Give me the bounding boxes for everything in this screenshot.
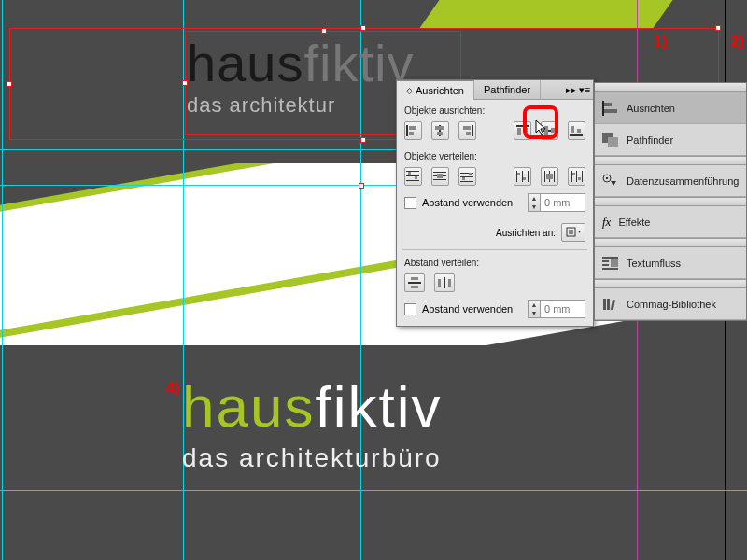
dock-label: Pathfinder — [627, 134, 673, 146]
step-up-icon[interactable]: ▲ — [529, 194, 540, 203]
dock-item-effects[interactable]: fx Effekte — [595, 206, 746, 238]
step-up-icon[interactable]: ▲ — [529, 301, 540, 309]
dock-grip[interactable] — [595, 279, 746, 288]
selection-handle[interactable] — [715, 25, 721, 31]
align-right-button[interactable] — [458, 121, 476, 140]
section-distribute-objects: Objekte verteilen: — [397, 146, 593, 165]
svg-rect-66 — [607, 299, 610, 310]
dist-top-button[interactable] — [404, 167, 422, 186]
dock-grip[interactable] — [595, 238, 746, 247]
svg-rect-40 — [546, 174, 553, 179]
marker-2: 2) — [730, 34, 743, 50]
svg-rect-21 — [408, 172, 411, 175]
dist-vspace-button[interactable] — [404, 273, 425, 292]
svg-rect-20 — [406, 180, 419, 181]
align-left-button[interactable] — [404, 121, 422, 140]
spacing-input-2[interactable] — [541, 300, 585, 318]
guide-horizontal — [0, 490, 747, 491]
dock-item-textwrap[interactable]: Textumfluss — [595, 247, 746, 279]
svg-rect-50 — [408, 282, 421, 284]
step-down-icon[interactable]: ▼ — [529, 203, 540, 211]
svg-rect-16 — [571, 126, 574, 133]
svg-rect-25 — [433, 179, 446, 180]
step-down-icon[interactable]: ▼ — [529, 309, 540, 317]
svg-rect-46 — [567, 228, 575, 236]
svg-rect-36 — [523, 177, 526, 180]
svg-rect-9 — [516, 125, 529, 127]
spacing-field[interactable]: ▲▼ — [528, 193, 585, 212]
align-to-dropdown[interactable] — [561, 223, 585, 242]
panel-menu-icon[interactable]: ▾≡ — [580, 85, 589, 94]
align-bottom-button[interactable] — [568, 121, 585, 140]
svg-rect-10 — [517, 128, 521, 135]
svg-rect-11 — [524, 128, 528, 133]
datamerge-icon — [602, 174, 619, 189]
fx-icon: fx — [602, 215, 611, 230]
svg-rect-6 — [472, 125, 473, 136]
svg-rect-64 — [611, 259, 618, 267]
svg-rect-43 — [582, 171, 583, 182]
svg-rect-60 — [602, 257, 618, 259]
spacing-field-2[interactable]: ▲▼ — [528, 300, 585, 318]
svg-rect-30 — [462, 177, 465, 180]
svg-rect-38 — [549, 171, 550, 182]
marker-1: 1) — [654, 34, 667, 50]
use-spacing-checkbox[interactable] — [404, 197, 416, 209]
align-top-button[interactable] — [514, 121, 531, 140]
align-hcenter-button[interactable] — [431, 121, 449, 140]
dock-item-datamerge[interactable]: Datenzusammenführung — [595, 165, 746, 197]
dock-item-pathfinder[interactable]: Pathfinder — [595, 124, 746, 156]
selection-handle[interactable] — [321, 28, 327, 34]
selection-handle[interactable] — [359, 183, 364, 189]
svg-rect-67 — [611, 299, 615, 309]
section-align-objects: Objekte ausrichten: — [397, 100, 593, 119]
svg-rect-58 — [608, 137, 618, 147]
svg-rect-12 — [543, 130, 557, 132]
marker-4: 4) — [166, 380, 179, 397]
selection-handle[interactable] — [360, 137, 366, 143]
svg-rect-63 — [602, 268, 618, 270]
align-icon — [602, 101, 619, 116]
tab-pathfinder[interactable]: Pathfinder — [474, 80, 541, 100]
dist-vcenter-button[interactable] — [431, 167, 449, 186]
dist-right-button[interactable] — [568, 167, 585, 186]
dist-hspace-button[interactable] — [434, 273, 455, 292]
svg-rect-47 — [569, 230, 573, 234]
svg-rect-34 — [528, 171, 529, 182]
dist-left-button[interactable] — [514, 167, 531, 186]
align-vcenter-button[interactable] — [541, 121, 558, 140]
svg-rect-62 — [602, 264, 609, 266]
svg-rect-37 — [544, 171, 545, 182]
svg-rect-4 — [435, 126, 444, 130]
svg-rect-61 — [602, 260, 609, 262]
use-spacing-checkbox-2[interactable] — [404, 303, 416, 315]
selection-handle[interactable] — [182, 80, 188, 86]
svg-rect-22 — [415, 176, 417, 179]
panel-collapse-icon[interactable]: ▸▸ — [567, 85, 576, 94]
align-panel: ◇Ausrichten Pathfinder ▸▸ ▾≡ Objekte aus… — [396, 79, 594, 327]
panel-dock: Ausrichten Pathfinder Datenzusammenführu… — [594, 82, 747, 321]
svg-rect-3 — [439, 125, 441, 136]
section-distribute-spacing: Abstand verteilen: — [397, 252, 593, 272]
dock-grip[interactable] — [595, 197, 746, 206]
logo-part1: haus — [182, 374, 315, 439]
tab-ausrichten[interactable]: ◇Ausrichten — [397, 80, 474, 100]
dock-item-ausrichten[interactable]: Ausrichten — [595, 92, 746, 124]
dist-bottom-button[interactable] — [458, 167, 476, 186]
dock-item-library[interactable]: Commag-Bibliothek — [595, 288, 746, 320]
spacing-input[interactable] — [541, 193, 585, 212]
dock-grip[interactable] — [595, 156, 746, 165]
svg-rect-45 — [578, 177, 581, 180]
selection-handle[interactable] — [7, 81, 12, 87]
svg-rect-13 — [544, 126, 548, 135]
svg-rect-8 — [466, 132, 471, 135]
svg-rect-41 — [571, 171, 572, 182]
dock-label: Datenzusammenführung — [627, 175, 739, 187]
dock-grip[interactable] — [595, 83, 746, 92]
svg-rect-31 — [469, 173, 472, 175]
dist-hcenter-button[interactable] — [541, 167, 558, 186]
svg-rect-44 — [572, 173, 575, 175]
guide-vertical — [2, 0, 3, 560]
dock-label: Effekte — [618, 217, 650, 228]
svg-rect-23 — [433, 172, 446, 173]
